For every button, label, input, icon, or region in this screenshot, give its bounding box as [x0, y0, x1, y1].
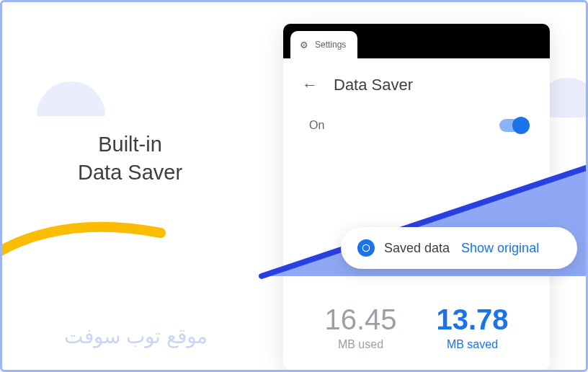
headline: Built-in Data Saver — [78, 130, 182, 187]
screen-header: ← Data Saver — [283, 58, 550, 102]
tab-label: Settings — [315, 40, 346, 50]
back-arrow-icon[interactable]: ← — [302, 77, 318, 93]
saved-data-label: Saved data — [384, 241, 450, 256]
stat-used: 16.45 MB used — [324, 305, 396, 351]
stats-row: 16.45 MB used 13.78 MB saved — [283, 291, 550, 351]
app-frame: Built-in Data Saver موقع توب سوفت ⚙ Sett… — [0, 0, 588, 372]
decorative-yellow-curve — [0, 204, 168, 291]
used-value: 16.45 — [324, 305, 396, 334]
screen-title: Data Saver — [334, 76, 413, 94]
data-saver-toggle[interactable] — [499, 119, 528, 132]
headline-line-1: Built-in — [78, 130, 182, 159]
show-original-link[interactable]: Show original — [461, 241, 539, 256]
used-label: MB used — [324, 338, 396, 351]
saved-label: MB saved — [436, 338, 508, 351]
headline-line-2: Data Saver — [78, 159, 182, 187]
gear-icon: ⚙ — [299, 40, 309, 50]
toggle-row: On — [283, 102, 550, 149]
browser-tab-bar: ⚙ Settings — [283, 24, 550, 58]
toggle-label: On — [309, 119, 324, 132]
stat-saved: 13.78 MB saved — [436, 305, 508, 351]
watermark-text: موقع توب سوفت — [64, 324, 208, 348]
saved-data-pill: Saved data Show original — [341, 227, 577, 269]
chrome-icon — [357, 239, 375, 257]
saved-value: 13.78 — [436, 305, 508, 334]
browser-tab-settings[interactable]: ⚙ Settings — [290, 31, 357, 58]
decorative-cloud-left — [37, 81, 105, 116]
